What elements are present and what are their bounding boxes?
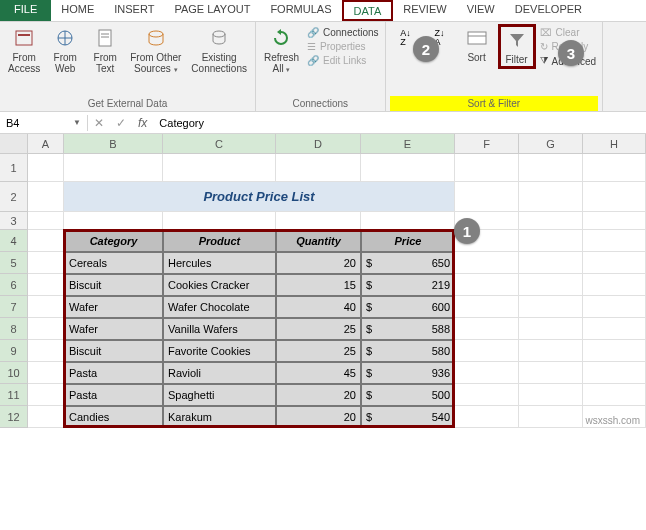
row-header[interactable]: 2	[0, 182, 28, 212]
table-header[interactable]: Category	[64, 230, 163, 252]
row-headers: 1 2 3 4 5 6 7 8 9 10 11 12	[0, 154, 28, 428]
tab-developer[interactable]: DEVELOPER	[505, 0, 592, 21]
table-cell[interactable]: 20	[276, 384, 361, 406]
cells-area[interactable]: Product Price List Category Product Quan…	[28, 154, 646, 428]
spreadsheet-grid: A B C D E F G H 1 2 3 4 5 6 7 8 9 10 11 …	[0, 134, 646, 428]
col-header-G[interactable]: G	[519, 134, 583, 153]
row-header[interactable]: 8	[0, 318, 28, 340]
table-header[interactable]: Quantity	[276, 230, 361, 252]
tab-data[interactable]: DATA	[342, 0, 394, 21]
table-cell[interactable]: Pasta	[64, 384, 163, 406]
existing-connections-icon	[207, 26, 231, 50]
from-access-button[interactable]: From Access	[4, 24, 44, 76]
row-header[interactable]: 5	[0, 252, 28, 274]
filter-button[interactable]: Filter	[498, 24, 536, 69]
properties-button[interactable]: ☰Properties	[305, 40, 381, 53]
from-web-button[interactable]: From Web	[46, 24, 84, 76]
table-cell[interactable]: Favorite Cookies	[163, 340, 276, 362]
formula-bar: B4 ▼ ✕ ✓ fx	[0, 112, 646, 134]
table-cell[interactable]: $650	[361, 252, 455, 274]
row-header[interactable]: 12	[0, 406, 28, 428]
col-header-E[interactable]: E	[361, 134, 455, 153]
table-cell[interactable]: $219	[361, 274, 455, 296]
clear-button[interactable]: ⌧Clear	[538, 26, 598, 39]
edit-links-icon: 🔗	[307, 55, 319, 66]
table-cell[interactable]: Hercules	[163, 252, 276, 274]
refresh-icon	[269, 26, 293, 50]
dropdown-arrow-icon: ▾	[286, 66, 290, 73]
table-cell[interactable]: Vanilla Wafers	[163, 318, 276, 340]
table-cell[interactable]: Biscuit	[64, 340, 163, 362]
table-cell[interactable]: $600	[361, 296, 455, 318]
select-all-corner[interactable]	[0, 134, 28, 153]
row-header[interactable]: 1	[0, 154, 28, 182]
table-cell[interactable]: Wafer Chocolate	[163, 296, 276, 318]
table-cell[interactable]: 25	[276, 318, 361, 340]
table-cell[interactable]: 45	[276, 362, 361, 384]
table-cell[interactable]: Wafer	[64, 296, 163, 318]
tab-home[interactable]: HOME	[51, 0, 104, 21]
table-cell[interactable]: 40	[276, 296, 361, 318]
properties-icon: ☰	[307, 41, 316, 52]
row-header[interactable]: 10	[0, 362, 28, 384]
table-cell[interactable]: 20	[276, 406, 361, 428]
connections-button[interactable]: 🔗Connections	[305, 26, 381, 39]
col-header-B[interactable]: B	[64, 134, 163, 153]
row-header[interactable]: 7	[0, 296, 28, 318]
svg-rect-0	[16, 31, 32, 45]
row-header[interactable]: 11	[0, 384, 28, 406]
table-cell[interactable]: Karakum	[163, 406, 276, 428]
table-cell[interactable]: 20	[276, 252, 361, 274]
table-cell[interactable]: 15	[276, 274, 361, 296]
name-box[interactable]: B4 ▼	[0, 115, 88, 131]
table-cell[interactable]: Biscuit	[64, 274, 163, 296]
table-cell[interactable]: $580	[361, 340, 455, 362]
table-cell[interactable]: Pasta	[64, 362, 163, 384]
row-header[interactable]: 6	[0, 274, 28, 296]
table-cell[interactable]: $540	[361, 406, 455, 428]
table-cell[interactable]: Cereals	[64, 252, 163, 274]
formula-input[interactable]	[153, 115, 646, 131]
ribbon-tabs: FILE HOME INSERT PAGE LAYOUT FORMULAS DA…	[0, 0, 646, 22]
file-tab[interactable]: FILE	[0, 0, 51, 21]
row-header[interactable]: 3	[0, 212, 28, 230]
row-header[interactable]: 4	[0, 230, 28, 252]
tab-insert[interactable]: INSERT	[104, 0, 164, 21]
refresh-all-button[interactable]: Refresh All ▾	[260, 24, 303, 77]
fx-icon[interactable]: fx	[132, 116, 153, 130]
title-cell[interactable]: Product Price List	[64, 182, 455, 212]
group-get-external-data: From Access From Web From Text From Othe…	[0, 22, 256, 111]
sort-button[interactable]: Sort	[458, 24, 496, 65]
tab-review[interactable]: REVIEW	[393, 0, 456, 21]
callout-3: 3	[558, 40, 584, 66]
row-header[interactable]: 9	[0, 340, 28, 362]
table-cell[interactable]: $500	[361, 384, 455, 406]
tab-formulas[interactable]: FORMULAS	[260, 0, 341, 21]
col-header-A[interactable]: A	[28, 134, 64, 153]
edit-links-button[interactable]: 🔗Edit Links	[305, 54, 381, 67]
table-header[interactable]: Price	[361, 230, 455, 252]
tab-page-layout[interactable]: PAGE LAYOUT	[164, 0, 260, 21]
col-header-H[interactable]: H	[583, 134, 646, 153]
table-cell[interactable]: Ravioli	[163, 362, 276, 384]
table-cell[interactable]: $936	[361, 362, 455, 384]
table-header[interactable]: Product	[163, 230, 276, 252]
table-cell[interactable]: 25	[276, 340, 361, 362]
from-text-button[interactable]: From Text	[86, 24, 124, 76]
tab-view[interactable]: VIEW	[457, 0, 505, 21]
table-cell[interactable]: $588	[361, 318, 455, 340]
from-other-sources-button[interactable]: From Other Sources ▾	[126, 24, 185, 77]
name-box-dropdown-icon[interactable]: ▼	[73, 118, 81, 127]
callout-2: 2	[413, 36, 439, 62]
sort-icon	[465, 26, 489, 50]
watermark: wsxssh.com	[586, 415, 640, 426]
col-header-C[interactable]: C	[163, 134, 276, 153]
table-cell[interactable]: Cookies Cracker	[163, 274, 276, 296]
col-header-F[interactable]: F	[455, 134, 519, 153]
advanced-icon: ⧩	[540, 55, 548, 67]
table-cell[interactable]: Spaghetti	[163, 384, 276, 406]
table-cell[interactable]: Candies	[64, 406, 163, 428]
col-header-D[interactable]: D	[276, 134, 361, 153]
table-cell[interactable]: Wafer	[64, 318, 163, 340]
existing-connections-button[interactable]: Existing Connections	[187, 24, 251, 76]
